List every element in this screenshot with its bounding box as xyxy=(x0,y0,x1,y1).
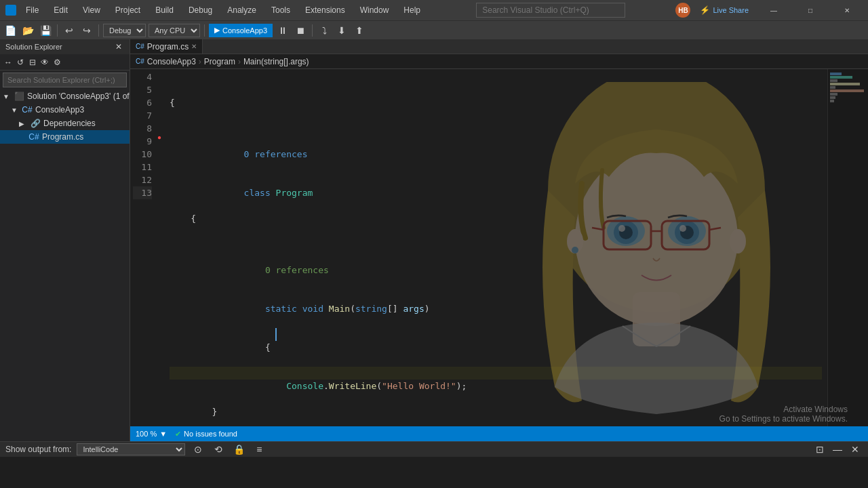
se-close-button[interactable]: ✕ xyxy=(113,41,124,52)
panel-minimize-button[interactable]: — xyxy=(830,442,845,457)
se-collapse-button[interactable]: ⊟ xyxy=(27,57,38,68)
menu-tools[interactable]: Tools xyxy=(266,3,296,18)
menu-build[interactable]: Build xyxy=(150,3,179,18)
toolbar-step-over[interactable]: ⤵ xyxy=(317,23,332,38)
se-title-label: Solution Explorer xyxy=(5,43,62,51)
dependencies-arrow-icon: ▶ xyxy=(19,120,27,127)
panel-undock-button[interactable]: ⊡ xyxy=(812,442,827,457)
se-show-all-button[interactable]: 👁 xyxy=(39,57,50,68)
title-bar-center xyxy=(431,3,670,18)
toolbar-undo[interactable]: ↩ xyxy=(62,23,77,38)
show-output-label: Show output from: xyxy=(5,445,71,454)
output-clear-button[interactable]: ⊙ xyxy=(191,442,205,457)
project-node[interactable]: ▼ C# ConsoleApp3 xyxy=(0,103,130,117)
title-bar: File Edit View Project Build Debug Analy… xyxy=(0,0,868,20)
csharp-file-icon: C# xyxy=(28,131,39,142)
title-bar-left: File Edit View Project Build Debug Analy… xyxy=(5,3,426,18)
svg-point-8 xyxy=(675,221,699,244)
output-lock-button[interactable]: 🔒 xyxy=(231,442,246,457)
breadcrumb-sep-2: › xyxy=(238,57,241,66)
program-cs-node[interactable]: C# Program.cs xyxy=(0,130,130,144)
run-label: ConsoleApp3 xyxy=(222,26,267,35)
output-filter-button[interactable]: ≡ xyxy=(252,442,267,457)
minimap xyxy=(827,69,868,426)
panel-close-button[interactable]: ✕ xyxy=(848,442,863,457)
breadcrumb: C# ConsoleApp3 › Program › Main(string[]… xyxy=(130,54,868,69)
code-content[interactable]: { 0 references class Program { 0 referen… xyxy=(164,69,827,426)
dependencies-node[interactable]: ▶ 🔗 Dependencies xyxy=(0,117,130,130)
se-search-input[interactable] xyxy=(7,76,122,84)
se-sync-button[interactable]: ↔ xyxy=(3,57,14,68)
se-refresh-button[interactable]: ↺ xyxy=(15,57,26,68)
svg-line-15 xyxy=(709,228,721,230)
toolbar-save[interactable]: 💾 xyxy=(38,23,53,38)
solution-node[interactable]: ▼ ⬛ Solution 'ConsoleApp3' (1 of 1 proje… xyxy=(0,89,130,103)
editor-bottom-bar: 100 % ▼ ✔ No issues found xyxy=(130,426,868,441)
output-content xyxy=(0,457,868,488)
output-word-wrap-button[interactable]: ⟲ xyxy=(211,442,226,457)
se-title-actions: ✕ xyxy=(113,41,124,52)
dependencies-icon: 🔗 xyxy=(30,118,41,129)
menu-extensions[interactable]: Extensions xyxy=(300,3,351,18)
debug-mode-select[interactable]: Debug xyxy=(103,24,146,37)
toolbar-sep-1 xyxy=(57,24,58,37)
se-search-container xyxy=(3,73,127,87)
breadcrumb-sep-1: › xyxy=(199,57,201,66)
issues-indicator[interactable]: ✔ No issues found xyxy=(175,430,237,439)
svg-point-10 xyxy=(679,225,686,232)
solution-label: Solution 'ConsoleApp3' (1 of 1 project) xyxy=(27,92,130,101)
toolbar-open[interactable]: 📂 xyxy=(20,23,35,38)
start-debug-button[interactable]: ▶ ConsoleApp3 xyxy=(209,24,273,37)
breadcrumb-project[interactable]: ConsoleApp3 xyxy=(147,57,196,66)
svg-point-6 xyxy=(618,225,625,232)
toolbar-new-project[interactable]: 📄 xyxy=(3,23,18,38)
breadcrumb-method[interactable]: Main(string[].args) xyxy=(243,57,309,66)
maximize-button[interactable]: □ xyxy=(795,0,826,20)
play-icon: ▶ xyxy=(214,26,220,35)
menu-window[interactable]: Window xyxy=(355,3,395,18)
minimize-button[interactable]: — xyxy=(758,0,789,20)
se-toolbar: ↔ ↺ ⊟ 👁 ⚙ xyxy=(0,54,130,70)
vs-logo-icon xyxy=(5,5,16,16)
avatar: HB xyxy=(675,3,690,18)
se-title-bar: Solution Explorer ✕ xyxy=(0,39,130,54)
svg-line-14 xyxy=(592,228,604,230)
se-settings-button[interactable]: ⚙ xyxy=(52,57,62,68)
toolbar-step-into[interactable]: ⬇ xyxy=(334,23,349,38)
toolbar-redo[interactable]: ↪ xyxy=(79,23,94,38)
live-share-icon: ⚡ xyxy=(700,5,710,15)
code-editor[interactable]: 4 5 6 7 8 9 10 11 12 13 ● xyxy=(130,69,868,426)
menu-edit[interactable]: Edit xyxy=(48,3,73,18)
live-share-button[interactable]: ⚡ Live Share xyxy=(696,4,753,16)
project-icon: C# xyxy=(22,104,33,115)
panel-controls: ⊡ — ✕ xyxy=(812,442,863,457)
svg-point-5 xyxy=(619,226,633,239)
tab-close-button[interactable]: ✕ xyxy=(191,43,197,50)
cpu-select[interactable]: Any CPU xyxy=(149,24,200,37)
zoom-control[interactable]: 100 % ▼ xyxy=(136,430,167,438)
menu-project[interactable]: Project xyxy=(110,3,146,18)
tab-icon: C# xyxy=(136,43,144,50)
menu-view[interactable]: View xyxy=(77,3,106,18)
svg-point-9 xyxy=(680,226,694,239)
output-source-select[interactable]: IntelliCode xyxy=(77,443,185,455)
main-area: Solution Explorer ✕ ↔ ↺ ⊟ 👁 ⚙ ▼ ⬛ Soluti… xyxy=(0,39,868,441)
close-button[interactable]: ✕ xyxy=(831,0,863,20)
line-numbers: 4 5 6 7 8 9 10 11 12 13 xyxy=(130,69,155,426)
toolbar: 📄 📂 💾 ↩ ↪ Debug Any CPU ▶ ConsoleApp3 ⏸ … xyxy=(0,20,868,39)
toolbar-pause[interactable]: ⏸ xyxy=(275,23,290,38)
toolbar-stop[interactable]: ⏹ xyxy=(293,23,308,38)
toolbar-step-out[interactable]: ⬆ xyxy=(352,23,367,38)
menu-file[interactable]: File xyxy=(20,3,44,18)
dependencies-label: Dependencies xyxy=(43,119,96,128)
program-cs-tab[interactable]: C# Program.cs ✕ xyxy=(130,39,203,54)
search-input[interactable] xyxy=(476,3,625,18)
zoom-arrow-icon: ▼ xyxy=(159,430,167,438)
menu-analyze[interactable]: Analyze xyxy=(222,3,262,18)
svg-point-17 xyxy=(730,229,746,253)
tab-bar: C# Program.cs ✕ xyxy=(130,39,868,54)
menu-debug[interactable]: Debug xyxy=(183,3,218,18)
svg-rect-12 xyxy=(662,221,709,249)
breadcrumb-class[interactable]: Program xyxy=(204,57,235,66)
menu-help[interactable]: Help xyxy=(398,3,426,18)
